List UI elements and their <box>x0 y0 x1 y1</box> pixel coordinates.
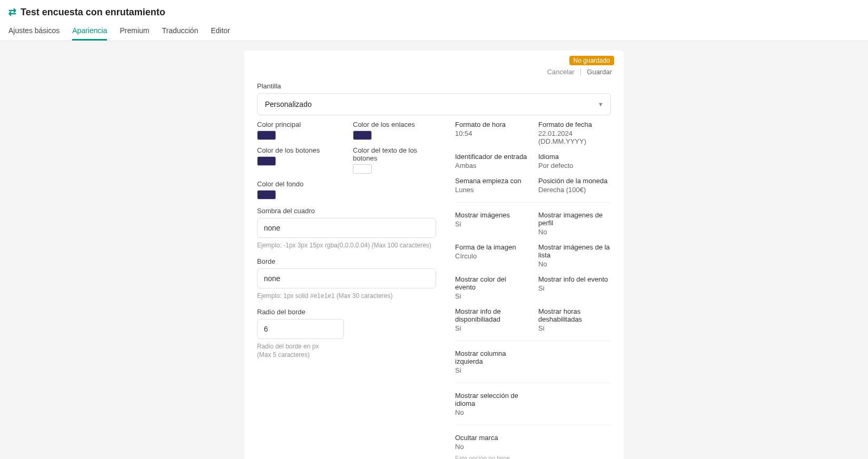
color-main-label: Color principal <box>257 121 340 128</box>
divider <box>455 425 611 425</box>
info-language[interactable]: Idioma Por defecto <box>538 153 611 169</box>
color-bg-label: Color del fondo <box>257 180 340 188</box>
radius-help: Radio del borde en px (Max 5 caracteres) <box>257 342 331 360</box>
tab-premium[interactable]: Premium <box>120 22 149 41</box>
divider <box>455 202 611 203</box>
info-image-shape[interactable]: Forma de la imagen Círculo <box>455 243 528 268</box>
tab-editor[interactable]: Editor <box>211 22 230 41</box>
shadow-input[interactable] <box>257 218 436 238</box>
tab-translation[interactable]: Traducción <box>162 22 198 41</box>
info-show-event-color[interactable]: Mostrar color del evento Si <box>455 275 528 300</box>
color-link-label: Color de los enlaces <box>353 121 436 128</box>
info-time-format[interactable]: Formato de hora 10:54 <box>455 121 528 145</box>
info-currency-pos[interactable]: Posición de la moneda Derecha (100€) <box>538 177 611 194</box>
radius-input[interactable] <box>257 319 344 339</box>
shadow-help: Ejemplo: -1px 3px 15px rgba(0,0,0,0.04) … <box>257 241 436 250</box>
info-show-list-images[interactable]: Mostrar imágenes de la lista No <box>538 243 611 268</box>
save-link[interactable]: Guardar <box>587 68 612 76</box>
divider <box>455 383 611 383</box>
shadow-label: Sombra del cuadro <box>257 207 436 215</box>
color-button-swatch[interactable] <box>257 156 276 166</box>
info-hide-brand[interactable]: Ocultar marca No Esta opción no tiene ef… <box>455 434 528 459</box>
info-show-lang-select[interactable]: Mostrar selección de idioma No <box>455 392 528 416</box>
info-week-start[interactable]: Semana empieza con Lunes <box>455 177 528 194</box>
color-button-text-label: Color del texto de los botones <box>353 146 436 162</box>
radius-label: Radio del borde <box>257 308 436 316</box>
info-show-images[interactable]: Mostrar imágenes Si <box>455 211 528 236</box>
info-show-profile-images[interactable]: Mostrar imagenes de perfil No <box>538 211 611 236</box>
color-bg-swatch[interactable] <box>257 190 276 199</box>
info-show-disabled-hours[interactable]: Mostrar horas deshabilitadas Si <box>538 307 611 332</box>
template-label: Plantilla <box>257 82 611 90</box>
template-select[interactable]: Personalizado <box>257 93 611 115</box>
color-main-swatch[interactable] <box>257 131 276 140</box>
info-show-left-col[interactable]: Mostrar columna izquierda Si <box>455 350 528 374</box>
tabs: Ajustes básicos Apariencia Premium Tradu… <box>8 22 860 41</box>
unsaved-badge: No guardado <box>569 56 614 65</box>
color-button-label: Color de los botones <box>257 146 340 154</box>
divider: | <box>580 67 582 76</box>
color-link-swatch[interactable] <box>353 131 372 140</box>
swap-icon: ⇄ <box>8 6 16 18</box>
border-label: Borde <box>257 257 436 265</box>
info-date-format[interactable]: Formato de fecha 22.01.2024 (DD.MM.YYYY) <box>538 121 611 145</box>
info-show-event-info[interactable]: Mostrar info del evento Si <box>538 275 611 300</box>
color-button-text-swatch[interactable] <box>353 164 372 174</box>
border-help: Ejemplo: 1px solid #e1e1e1 (Max 30 carac… <box>257 292 436 301</box>
page-title: Test encuesta con enrutamiento <box>21 7 165 18</box>
cancel-link[interactable]: Cancelar <box>547 68 575 76</box>
border-input[interactable] <box>257 268 436 288</box>
info-entry-id[interactable]: Identificador de entrada Ambas <box>455 153 528 169</box>
tab-basic-settings[interactable]: Ajustes básicos <box>8 22 60 41</box>
divider <box>455 341 611 341</box>
info-show-avail-info[interactable]: Mostrar info de disponibiliadad Si <box>455 307 528 332</box>
tab-appearance[interactable]: Apariencia <box>72 22 107 41</box>
